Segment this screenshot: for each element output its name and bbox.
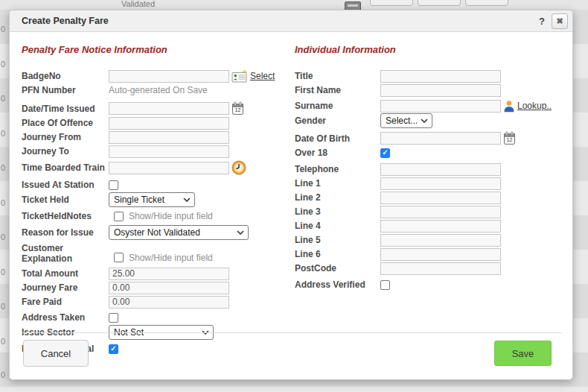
penalty-section-heading: Penalty Fare Notice Information — [22, 44, 295, 55]
field-line1: Line 1 — [295, 177, 560, 190]
place-of-offence-input[interactable] — [109, 117, 229, 130]
field-postcode: PostCode — [295, 262, 560, 275]
time-boarded-label: Time Boarded Train — [22, 162, 109, 173]
card-reader-icon — [345, 1, 361, 10]
date-of-birth-input[interactable] — [380, 132, 501, 145]
telephone-label: Telephone — [295, 164, 380, 174]
postcode-label: PostCode — [295, 263, 380, 274]
bg-cell: 0 — [1, 302, 7, 311]
pfn-label: PFN Number — [22, 85, 109, 95]
calendar-icon[interactable]: 12 — [231, 101, 244, 116]
cancel-button[interactable]: Cancel — [23, 340, 89, 367]
footer-divider — [22, 332, 562, 333]
total-amount-label: Total Amount — [22, 268, 109, 279]
title-input[interactable] — [380, 70, 501, 83]
line6-input[interactable] — [380, 248, 501, 261]
journey-from-input[interactable] — [109, 131, 229, 144]
background-toolbar-button[interactable] — [370, 0, 413, 6]
title-label: Title — [295, 71, 380, 81]
check-icon: ✓ — [382, 149, 388, 157]
field-gender: Gender Select... — [295, 113, 560, 128]
reason-for-issue-label: Reason for Issue — [22, 227, 109, 238]
background-toolbar-button[interactable] — [465, 0, 508, 6]
person-icon[interactable] — [503, 100, 515, 113]
badgeno-input[interactable] — [109, 70, 229, 83]
surname-lookup-link[interactable]: Lookup.. — [517, 101, 552, 111]
issued-at-station-checkbox[interactable]: ✓ — [109, 180, 118, 190]
individual-section-heading: Individual Information — [295, 44, 560, 55]
ticket-held-notes-label: TicketHeldNotes — [22, 211, 109, 221]
address-verified-checkbox[interactable]: ✓ — [380, 280, 390, 290]
bg-cell: 0 — [1, 233, 7, 241]
line5-input[interactable] — [380, 234, 501, 247]
gender-value: Select... — [386, 116, 418, 126]
dialog-body: Penalty Fare Notice Information BadgeNo … — [10, 32, 572, 356]
postcode-input[interactable] — [380, 262, 501, 275]
badgeno-label: BadgeNo — [22, 71, 109, 81]
penalty-section: Penalty Fare Notice Information BadgeNo … — [22, 44, 295, 356]
journey-to-input[interactable] — [109, 145, 229, 158]
bg-cell: 0 — [1, 268, 7, 276]
line4-input[interactable] — [380, 220, 501, 233]
calendar-day-text: 12 — [507, 137, 513, 142]
date-of-birth-label: Date Of Birth — [295, 133, 380, 144]
bg-cell: 0 — [1, 94, 7, 103]
field-surname: Surname Lookup.. — [295, 99, 560, 113]
surname-input[interactable] — [380, 100, 501, 113]
time-boarded-input[interactable] — [109, 162, 229, 174]
field-first-name: First Name — [295, 83, 560, 97]
field-line2: Line 2 — [295, 191, 560, 204]
close-icon[interactable]: ✖ — [552, 13, 568, 29]
field-pfn-number: PFN Number Auto-generated On Save — [22, 83, 295, 97]
line1-input[interactable] — [380, 177, 501, 190]
customer-explanation-checkbox[interactable]: ✓ — [114, 253, 124, 262]
badge-card-icon[interactable] — [231, 70, 248, 83]
badge-select-link[interactable]: Select — [250, 71, 275, 81]
help-icon[interactable]: ? — [539, 16, 545, 27]
bg-cell: 0 — [1, 163, 7, 172]
address-taken-checkbox[interactable]: ✓ — [109, 313, 118, 323]
telephone-input[interactable] — [380, 163, 501, 176]
reason-for-issue-select[interactable]: Osyster Not Validated — [109, 225, 249, 240]
over-18-label: Over 18 — [295, 148, 380, 158]
bg-cell: 0 — [1, 129, 7, 138]
date-issued-input[interactable] — [109, 102, 229, 115]
field-ticket-held: Ticket Held Single Ticket — [22, 192, 295, 207]
ticket-held-notes-checkbox[interactable]: ✓ — [114, 212, 124, 221]
issued-at-station-label: Issued At Station — [22, 180, 109, 190]
save-button[interactable]: Save — [494, 341, 552, 366]
bg-cell: 0 — [1, 198, 7, 207]
field-line4: Line 4 — [295, 219, 560, 233]
total-amount-input[interactable] — [109, 268, 229, 280]
clock-icon[interactable] — [231, 160, 246, 175]
gender-label: Gender — [295, 116, 380, 126]
fare-paid-input[interactable] — [109, 296, 229, 309]
record-individual-checkbox[interactable]: ✓ — [109, 344, 118, 354]
background-toolbar-button[interactable] — [418, 0, 461, 6]
calendar-icon[interactable]: 12 — [503, 131, 516, 145]
check-icon: ✓ — [110, 345, 116, 353]
field-journey-to: Journey To — [22, 145, 295, 158]
line3-input[interactable] — [380, 206, 501, 218]
background-validated-label: Validated — [121, 0, 155, 8]
field-ticket-held-notes: TicketHeldNotes ✓ Show/Hide input field — [22, 209, 295, 223]
first-name-input[interactable] — [380, 84, 501, 97]
journey-fare-input[interactable] — [109, 282, 229, 294]
field-date-time-issued: Date/Time Issued 12 — [22, 101, 295, 116]
bg-cell: 0 — [1, 60, 7, 69]
customer-explanation-label-line2: Explanation — [22, 253, 72, 264]
journey-from-label: Journey From — [22, 132, 109, 142]
ticket-held-label: Ticket Held — [22, 195, 109, 205]
ticket-held-select[interactable]: Single Ticket — [109, 192, 195, 207]
pfn-value: Auto-generated On Save — [109, 85, 208, 95]
over-18-checkbox[interactable]: ✓ — [380, 148, 390, 158]
customer-explanation-label-line1: Customer — [22, 243, 63, 253]
line2-input[interactable] — [380, 192, 501, 204]
field-total-amount: Total Amount — [22, 267, 295, 280]
individual-section: Individual Information Title First Name … — [295, 44, 560, 356]
line5-label: Line 5 — [295, 235, 380, 245]
bg-cell: 0 — [1, 337, 7, 346]
gender-select[interactable]: Select... — [380, 113, 432, 128]
field-journey-from: Journey From — [22, 130, 295, 144]
chevron-down-icon — [421, 118, 428, 123]
